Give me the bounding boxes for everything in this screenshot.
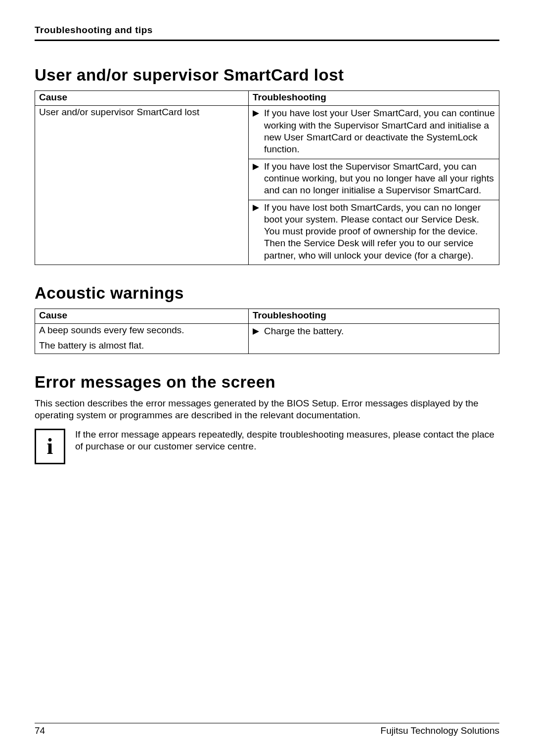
section-heading-smartcard: User and/or supervisor SmartCard lost [35,66,499,85]
footer-rule [35,723,499,723]
info-icon: i [35,429,65,464]
arrow-icon: ▶ [253,325,259,337]
running-header: Troubleshooting and tips [35,25,499,40]
cell-troubleshooting: ▶ Charge the battery. [248,324,499,354]
cell-troubleshooting: ▶ If you have lost your User SmartCard, … [248,106,499,265]
th-cause: Cause [35,91,249,106]
step-row: ▶ If you have lost both SmartCards, you … [253,201,495,263]
note-text: If the error message appears repeatedly,… [75,429,499,453]
section-heading-errors: Error messages on the screen [35,373,499,392]
header-rule [35,40,499,41]
cause-line: The battery is almost flat. [39,340,244,352]
step-text: Charge the battery. [264,325,495,337]
page-footer: 74 Fujitsu Technology Solutions [35,723,499,736]
step-text: If you have lost both SmartCards, you ca… [264,202,495,262]
arrow-icon: ▶ [253,202,259,262]
footer-company: Fujitsu Technology Solutions [381,725,499,736]
th-troubleshooting: Troubleshooting [248,309,499,324]
th-troubleshooting: Troubleshooting [248,91,499,106]
intro-paragraph: This section describes the error message… [35,398,499,422]
step-text: If you have lost the Supervisor SmartCar… [264,161,495,197]
table-acoustic: Cause Troubleshooting A beep sounds ever… [35,309,499,354]
info-glyph: i [47,433,53,459]
page-number: 74 [35,725,45,736]
table-smartcard: Cause Troubleshooting User and/or superv… [35,90,499,265]
step-row: ▶ If you have lost your User SmartCard, … [253,106,495,156]
cell-cause: A beep sounds every few seconds. The bat… [35,324,249,354]
step-row: ▶ If you have lost the Supervisor SmartC… [253,160,495,198]
arrow-icon: ▶ [253,107,259,155]
step-text: If you have lost your User SmartCard, yo… [264,107,495,155]
section-heading-acoustic: Acoustic warnings [35,284,499,303]
cell-cause: User and/or supervisor SmartCard lost [35,106,249,265]
note-block: i If the error message appears repeatedl… [35,429,499,464]
th-cause: Cause [35,309,249,324]
step-row: ▶ Charge the battery. [253,324,495,338]
arrow-icon: ▶ [253,161,259,197]
cause-line: A beep sounds every few seconds. [39,324,244,336]
